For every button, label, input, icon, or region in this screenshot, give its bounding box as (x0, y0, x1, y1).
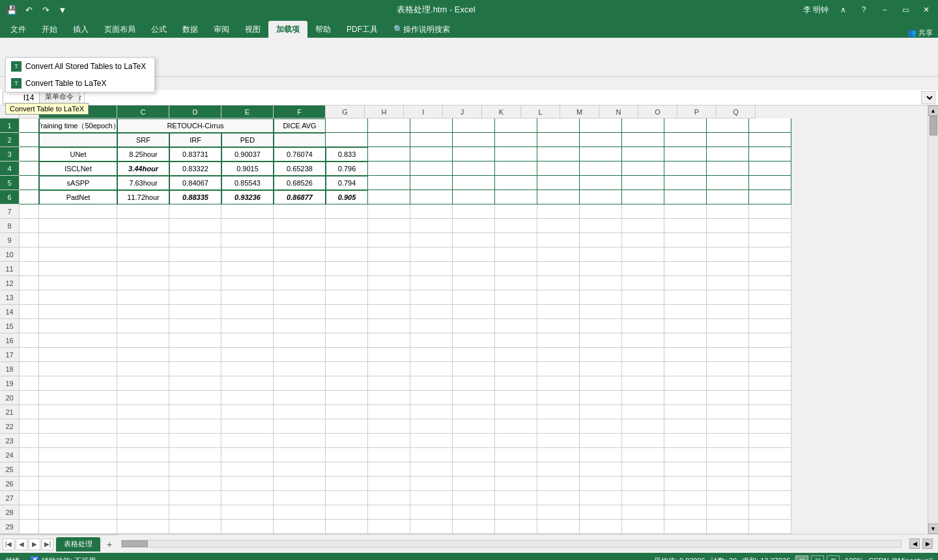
cell-p6[interactable] (707, 190, 749, 204)
cell-c5[interactable]: 7.63hour (117, 176, 169, 190)
cell-d3[interactable]: 0.83731 (169, 147, 221, 161)
cell-7-16[interactable] (749, 204, 791, 219)
cell-15-9[interactable] (453, 319, 495, 333)
cell-14-7[interactable] (368, 305, 410, 319)
cell-11-3[interactable] (169, 262, 221, 276)
scroll-down-btn[interactable]: ▼ (928, 524, 939, 534)
cell-24-4[interactable] (221, 448, 274, 462)
tab-insert[interactable]: 插入 (65, 21, 96, 38)
cell-21-0[interactable] (20, 405, 39, 419)
cell-k1[interactable] (495, 119, 537, 133)
cell-26-11[interactable] (537, 477, 580, 491)
cell-18-16[interactable] (749, 362, 791, 376)
cell-22-12[interactable] (580, 419, 622, 434)
cell-15-8[interactable] (410, 319, 453, 333)
cell-18-1[interactable] (39, 362, 117, 376)
customize-icon[interactable]: ▼ (56, 3, 69, 16)
cell-20-8[interactable] (410, 391, 453, 405)
cell-8-12[interactable] (580, 219, 622, 233)
cell-23-13[interactable] (622, 434, 664, 448)
cell-13-15[interactable] (707, 290, 749, 305)
cell-29-16[interactable] (749, 520, 791, 534)
help-btn[interactable]: ? (857, 3, 870, 16)
cell-16-13[interactable] (622, 333, 664, 348)
cell-9-0[interactable] (20, 233, 39, 247)
cell-29-14[interactable] (664, 520, 707, 534)
cell-26-5[interactable] (274, 477, 326, 491)
cell-14-2[interactable] (117, 305, 169, 319)
cell-15-0[interactable] (20, 319, 39, 333)
cell-26-2[interactable] (117, 477, 169, 491)
cell-i4[interactable] (410, 161, 453, 176)
cell-19-1[interactable] (39, 376, 117, 391)
cell-9-16[interactable] (749, 233, 791, 247)
cell-29-3[interactable] (169, 520, 221, 534)
cell-19-11[interactable] (537, 376, 580, 391)
cell-28-10[interactable] (495, 505, 537, 520)
cell-23-11[interactable] (537, 434, 580, 448)
cell-16-1[interactable] (39, 333, 117, 348)
cell-10-5[interactable] (274, 247, 326, 262)
cell-9-7[interactable] (368, 233, 410, 247)
cell-21-11[interactable] (537, 405, 580, 419)
cell-17-5[interactable] (274, 348, 326, 362)
tab-data[interactable]: 数据 (175, 21, 206, 38)
cell-18-9[interactable] (453, 362, 495, 376)
cell-22-16[interactable] (749, 419, 791, 434)
cell-12-6[interactable] (326, 276, 368, 290)
cell-11-8[interactable] (410, 262, 453, 276)
cell-25-5[interactable] (274, 462, 326, 477)
cell-7-1[interactable] (39, 204, 117, 219)
cell-14-4[interactable] (221, 305, 274, 319)
cell-26-9[interactable] (453, 477, 495, 491)
cell-24-9[interactable] (453, 448, 495, 462)
cell-29-9[interactable] (453, 520, 495, 534)
cell-28-8[interactable] (410, 505, 453, 520)
cell-27-5[interactable] (274, 491, 326, 505)
cell-23-6[interactable] (326, 434, 368, 448)
cell-l4[interactable] (537, 161, 580, 176)
cell-8-7[interactable] (368, 219, 410, 233)
cell-7-12[interactable] (580, 204, 622, 219)
cell-17-6[interactable] (326, 348, 368, 362)
cell-9-12[interactable] (580, 233, 622, 247)
cell-20-2[interactable] (117, 391, 169, 405)
tab-view[interactable]: 视图 (237, 21, 268, 38)
cell-j3[interactable] (453, 147, 495, 161)
cell-o4[interactable] (664, 161, 707, 176)
normal-view-icon[interactable]: ◫ (795, 555, 808, 560)
cell-16-10[interactable] (495, 333, 537, 348)
cell-24-7[interactable] (368, 448, 410, 462)
cell-28-12[interactable] (580, 505, 622, 520)
cell-14-5[interactable] (274, 305, 326, 319)
cell-l1[interactable] (537, 119, 580, 133)
cell-27-7[interactable] (368, 491, 410, 505)
cell-19-10[interactable] (495, 376, 537, 391)
cell-21-16[interactable] (749, 405, 791, 419)
cell-8-8[interactable] (410, 219, 453, 233)
cell-10-8[interactable] (410, 247, 453, 262)
cell-l3[interactable] (537, 147, 580, 161)
cell-12-13[interactable] (622, 276, 664, 290)
cell-h1[interactable] (368, 119, 410, 133)
cell-20-16[interactable] (749, 391, 791, 405)
cell-7-0[interactable] (20, 204, 39, 219)
cell-10-3[interactable] (169, 247, 221, 262)
cell-18-6[interactable] (326, 362, 368, 376)
cell-22-6[interactable] (326, 419, 368, 434)
cell-11-7[interactable] (368, 262, 410, 276)
cell-19-3[interactable] (169, 376, 221, 391)
cell-19-9[interactable] (453, 376, 495, 391)
cell-29-10[interactable] (495, 520, 537, 534)
cell-f2[interactable] (274, 133, 326, 147)
scroll-up-btn[interactable]: ▲ (928, 105, 939, 116)
cell-p5[interactable] (707, 176, 749, 190)
cell-k4[interactable] (495, 161, 537, 176)
cell-12-4[interactable] (221, 276, 274, 290)
cell-28-3[interactable] (169, 505, 221, 520)
tab-file[interactable]: 文件 (3, 21, 34, 38)
cell-20-10[interactable] (495, 391, 537, 405)
cell-8-2[interactable] (117, 219, 169, 233)
cell-7-8[interactable] (410, 204, 453, 219)
cell-19-13[interactable] (622, 376, 664, 391)
